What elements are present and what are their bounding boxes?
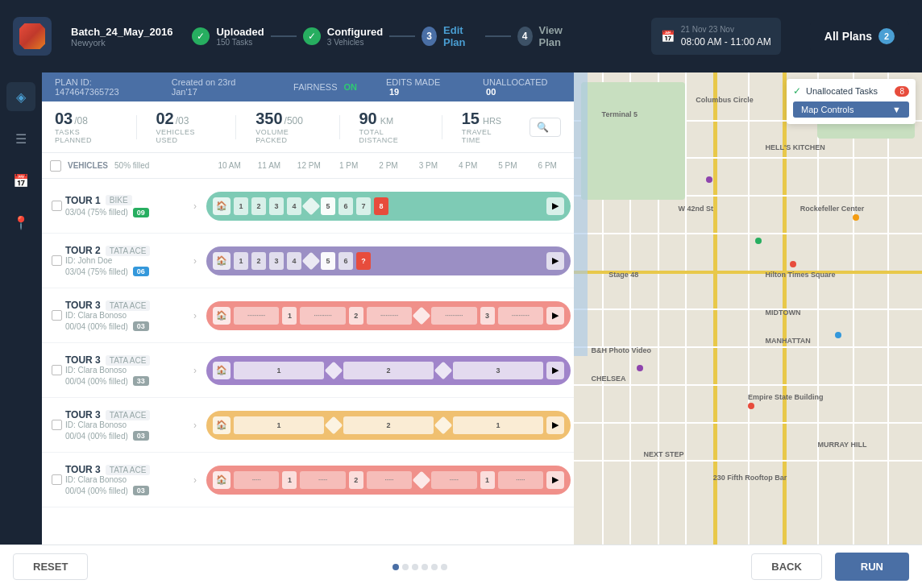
bar-task-t3a-1[interactable]: ·········· (234, 307, 279, 325)
bar-task-t2-6[interactable]: 6 (338, 252, 353, 270)
bar-task-t2-4[interactable]: 4 (287, 252, 301, 270)
gantt-bar-area-tour2[interactable]: 🏠 1 2 3 4 5 6 ? ▶ (203, 246, 574, 275)
gantt-bar-tour3c[interactable]: 🏠 1 2 1 ▶ (206, 411, 571, 440)
chevron-tour3c[interactable]: › (193, 420, 197, 431)
step-edit-plan[interactable]: 3 Edit Plan (422, 24, 478, 48)
map-road-h4 (574, 233, 922, 234)
bar-task-t2-q[interactable]: ? (356, 252, 371, 270)
step-view-plan[interactable]: 4 View Plan (517, 24, 577, 48)
bar-task-t3d-dense3[interactable]: ····· (367, 471, 412, 489)
chevron-tour3a[interactable]: › (193, 310, 197, 321)
sidebar-icon-calendar[interactable]: 📅 (6, 166, 35, 195)
row-checkbox-tour3a[interactable] (52, 310, 62, 321)
travel-unit: HRS (483, 116, 501, 126)
back-button[interactable]: BACK (751, 553, 822, 580)
nav-dot-2[interactable] (402, 564, 409, 570)
vehicles-used-val: 02 (156, 110, 173, 128)
map-controls-arrow: ▼ (892, 105, 901, 114)
bar-task-t3a-n2[interactable]: ·········· (300, 307, 345, 325)
route-id-tour2: ID: John Doe (65, 256, 190, 265)
bar-task-4[interactable]: 4 (287, 197, 301, 215)
gantt-bar-tour3d[interactable]: 🏠 ····· 1 ····· 2 ····· ····· 1 ····· ▶ (206, 466, 571, 495)
bar-task-t3d-dense5[interactable]: ····· (498, 471, 543, 489)
row-checkbox-tour3b[interactable] (52, 365, 62, 375)
all-plans-button[interactable]: All Plans 2 (810, 20, 909, 52)
gantt-header: VEHICLES 50% filled 10 AM 11 AM 12 PM 1 … (42, 153, 574, 179)
map-area: Terminal 5 Columbus Circle HELL'S KITCHE… (574, 72, 922, 545)
map-controls-button[interactable]: Map Controls ▼ (793, 101, 909, 118)
bar-task-t3c-3[interactable]: 1 (453, 416, 543, 434)
bar-task-t3d-3[interactable]: 1 (480, 471, 495, 489)
nav-dot-3[interactable] (412, 564, 418, 570)
sidebar-icon-pin[interactable]: 📍 (6, 208, 35, 237)
bar-task-t3b-3[interactable]: 3 (453, 362, 543, 379)
gantt-bar-area-tour3a[interactable]: 🏠 ·········· 1 ·········· 2 ·········· ·… (203, 301, 574, 330)
step-line-1 (271, 35, 297, 37)
nav-dot-5[interactable] (431, 564, 438, 570)
step-info-uploaded: Uploaded 150 Tasks (216, 26, 264, 47)
chevron-tour3d[interactable]: › (193, 474, 197, 486)
bar-task-t3d-dense4[interactable]: ····· (431, 471, 476, 489)
bar-task-t3d-dense2[interactable]: ····· (300, 471, 345, 489)
bar-task-t3b-1[interactable]: 1 (234, 362, 324, 379)
nav-dot-6[interactable] (441, 564, 447, 570)
bar-task-t2-5[interactable]: 5 (321, 252, 335, 270)
reset-button[interactable]: RESET (13, 553, 88, 580)
plan-panel: PLAN ID: 1474647365723 Created on 23rd J… (42, 72, 574, 545)
sidebar-icon-map[interactable]: ◈ (6, 82, 35, 111)
bar-task-2[interactable]: 2 (251, 197, 266, 215)
bar-task-t3d-dense[interactable]: ····· (234, 471, 279, 489)
bar-task-8[interactable]: 8 (374, 197, 388, 215)
route-name-tour3c: TOUR 3 (65, 409, 101, 420)
bar-task-t3d-2[interactable]: 2 (349, 471, 363, 489)
run-button[interactable]: RUN (835, 553, 909, 581)
step-configured[interactable]: ✓ Configured 3 Vehicles (303, 26, 383, 47)
bar-task-t3a-6[interactable]: ·········· (498, 307, 543, 325)
bar-task-t3a-2[interactable]: 2 (349, 307, 363, 325)
gantt-bar-tour1[interactable]: 🏠 1 2 3 4 5 6 7 8 ▶ (206, 192, 571, 221)
route-vehicle-tour2: TATA ACE (106, 246, 151, 256)
bar-task-7[interactable]: 7 (356, 197, 371, 215)
stats-divider-4 (442, 115, 442, 139)
gantt-bar-area-tour3d[interactable]: 🏠 ····· 1 ····· 2 ····· ····· 1 ····· ▶ (203, 466, 574, 495)
gantt-bar-area-tour3b[interactable]: 🏠 1 2 3 ▶ (203, 356, 574, 385)
gantt-bar-area-tour3c[interactable]: 🏠 1 2 1 ▶ (203, 411, 574, 440)
bottom-bar: RESET BACK RUN (0, 545, 922, 588)
bar-task-5[interactable]: 5 (321, 197, 335, 215)
bar-task-t3a-5[interactable]: 3 (480, 307, 495, 325)
bar-task-t3c-2[interactable]: 2 (343, 416, 434, 434)
map-label-230fifth: 230 Fifth Rooftop Bar (713, 474, 787, 482)
bar-task-t3a-4[interactable]: ·········· (431, 307, 476, 325)
header-checkbox[interactable] (50, 160, 61, 172)
sidebar-icon-list[interactable]: ☰ (6, 124, 35, 153)
row-checkbox-tour2[interactable] (52, 255, 62, 266)
bar-task-t2-2[interactable]: 2 (251, 252, 266, 270)
bar-task-t3d-1[interactable]: 1 (282, 471, 297, 489)
bar-task-t2-1[interactable]: 1 (234, 252, 248, 270)
gantt-bar-tour3a[interactable]: 🏠 ·········· 1 ·········· 2 ·········· ·… (206, 301, 571, 330)
gantt-bar-area-tour1[interactable]: 🏠 1 2 3 4 5 6 7 8 ▶ (203, 192, 574, 221)
bar-task-1[interactable]: 1 (234, 197, 248, 215)
chevron-tour2[interactable]: › (193, 255, 197, 267)
step-uploaded[interactable]: ✓ Uploaded 150 Tasks (192, 26, 264, 47)
route-info-tour3d: TOUR 3 TATA ACE ID: Clara Bonoso 00/04 (… (42, 459, 203, 500)
gantt-bar-tour3b[interactable]: 🏠 1 2 3 ▶ (206, 356, 571, 385)
nav-dot-1[interactable] (392, 564, 399, 570)
row-checkbox-tour3d[interactable] (52, 474, 62, 485)
chevron-tour3b[interactable]: › (193, 365, 197, 376)
bar-task-6[interactable]: 6 (338, 197, 353, 215)
bar-task-3[interactable]: 3 (269, 197, 284, 215)
search-box[interactable]: 🔍 (530, 118, 561, 137)
fill-col-label: 50% filled (114, 161, 149, 170)
bar-task-t3a-n1[interactable]: 1 (282, 307, 297, 325)
chevron-tour1[interactable]: › (193, 201, 197, 212)
row-checkbox-tour3c[interactable] (52, 420, 62, 430)
nav-dot-4[interactable] (422, 564, 428, 570)
bar-task-t2-3[interactable]: 3 (269, 252, 284, 270)
bar-task-t3c-1[interactable]: 1 (234, 416, 324, 434)
bar-task-t3b-2[interactable]: 2 (343, 362, 434, 379)
row-checkbox-tour1[interactable] (52, 201, 62, 211)
vehicles-used-max: /03 (176, 115, 189, 126)
gantt-bar-tour2[interactable]: 🏠 1 2 3 4 5 6 ? ▶ (206, 246, 571, 275)
bar-task-t3a-3[interactable]: ·········· (367, 307, 412, 325)
